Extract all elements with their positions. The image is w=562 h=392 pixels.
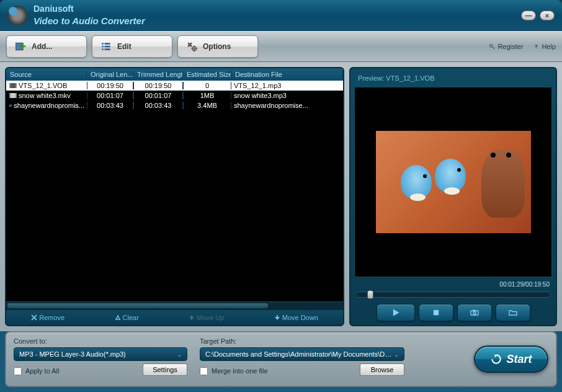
add-button[interactable]: Add... [6,35,87,58]
settings-button[interactable]: Settings [143,363,187,376]
edit-button[interactable]: Edit [92,35,172,58]
stop-icon [432,309,440,316]
svg-rect-17 [16,93,17,98]
move-up-button[interactable]: Move Up [189,314,224,321]
col-source[interactable]: Source [6,71,87,78]
file-name: shaynewardnopromis... [14,102,84,109]
play-button[interactable] [377,304,415,321]
convert-to-label: Convert to: [14,337,187,345]
key-icon [489,43,496,50]
preview-frame-image [376,131,531,233]
svg-rect-18 [433,310,438,315]
preview-content [401,165,432,199]
file-name: VTS_12_1.VOB [19,82,67,89]
svg-rect-3 [102,43,104,45]
help-link[interactable]: ? Help [533,43,556,50]
destination-file: VTS_12_1.mp3 [231,82,343,89]
remove-button[interactable]: Remove [31,314,65,321]
preview-title: Preview: VTS_12_1.VOB [354,72,552,87]
preview-panel: Preview: VTS_12_1.VOB 00:01:29/00:19:50 [349,67,557,326]
video-file-icon [9,82,17,89]
options-label: Options [203,42,231,51]
app-subtitle: Video to Audio Converter [33,16,145,26]
original-length: 00:19:50 [87,82,133,89]
browse-button[interactable]: Browse [360,363,404,376]
edit-label: Edit [117,42,132,51]
app-title: Daniusoft Video to Audio Converter [33,3,145,27]
apply-to-all-label: Apply to All [25,367,59,375]
start-refresh-icon [490,353,502,365]
col-est-size[interactable]: Estimated Size [183,71,231,78]
svg-rect-7 [102,48,104,50]
horizontal-scrollbar[interactable] [6,301,343,310]
file-list-panel: Source Original Len... Trimmed Length Es… [5,67,344,326]
options-tools-icon [185,40,198,53]
trimmed-length: 00:19:50 [133,82,183,89]
preview-content [435,159,466,193]
snapshot-button[interactable] [457,304,492,321]
arrow-down-icon [274,314,280,321]
svg-rect-6 [105,46,110,48]
seek-slider[interactable] [355,292,551,298]
svg-point-20 [473,312,476,314]
table-row[interactable]: VTS_12_1.VOB00:19:5000:19:500VTS_12_1.mp… [6,81,343,91]
folder-icon [509,309,517,316]
svg-rect-5 [102,46,104,48]
destination-file: snow white3.mp3 [231,92,343,99]
col-orig-length[interactable]: Original Len... [87,71,133,78]
minimize-button[interactable]: — [521,11,536,20]
toolbar-right: Register ? Help [489,43,556,50]
trimmed-length: 00:01:07 [133,92,183,99]
playback-controls [354,304,552,321]
clear-icon [115,314,121,321]
add-file-icon [14,40,27,53]
col-dest-file[interactable]: Destination File [231,71,343,78]
window-controls: — × [521,11,555,20]
help-icon: ? [533,43,540,50]
camera-icon [470,309,479,316]
chevron-down-icon: ⌄ [394,351,399,358]
titlebar: Daniusoft Video to Audio Converter — × [0,0,562,31]
chevron-down-icon: ⌄ [177,351,182,358]
start-button[interactable]: Start [474,345,548,373]
arrow-up-icon [189,314,195,321]
preview-viewport[interactable] [354,87,552,277]
move-down-button[interactable]: Move Down [274,314,318,321]
list-actions: Remove Clear Move Up Move Down [6,310,343,325]
convert-to-section: Convert to: MP3 - MPEG Layer-3 Audio(*.m… [14,337,187,381]
app-logo-icon [7,6,27,25]
svg-text:?: ? [535,44,538,50]
clear-button[interactable]: Clear [115,314,139,321]
table-row[interactable]: snow white3.mkv00:01:0700:01:071MBsnow w… [6,91,343,100]
target-path-dropdown[interactable]: C:\Documents and Settings\Administrator\… [200,347,404,361]
options-button[interactable]: Options [177,35,258,58]
close-button[interactable]: × [540,11,555,20]
estimated-size: 0 [183,82,231,89]
seek-thumb[interactable] [367,290,373,299]
stop-button[interactable] [419,304,453,321]
register-link[interactable]: Register [489,43,523,50]
svg-rect-2 [22,43,24,50]
edit-list-icon [100,40,112,53]
remove-x-icon [31,314,37,321]
col-trim-length[interactable]: Trimmed Length [133,71,183,78]
apply-to-all-checkbox[interactable] [14,367,22,375]
original-length: 00:03:43 [87,102,133,109]
merge-checkbox[interactable] [200,367,208,375]
convert-to-dropdown[interactable]: MP3 - MPEG Layer-3 Audio(*.mp3) ⌄ [14,347,187,361]
table-body[interactable]: VTS_12_1.VOB00:19:5000:19:500VTS_12_1.mp… [6,81,343,301]
time-display: 00:01:29/00:19:50 [354,277,552,289]
bottom-panel: Convert to: MP3 - MPEG Layer-3 Audio(*.m… [5,331,557,387]
svg-rect-4 [105,43,110,45]
svg-rect-16 [9,93,11,98]
add-label: Add... [32,42,52,51]
trimmed-length: 00:03:43 [133,102,183,109]
table-row[interactable]: shaynewardnopromis...00:03:4300:03:433.4… [6,100,343,110]
estimated-size: 1MB [183,92,231,99]
main-area: Source Original Len... Trimmed Length Es… [0,62,562,331]
destination-file: shaynewardnopromise... [231,102,343,109]
open-folder-button[interactable] [496,304,530,321]
original-length: 00:01:07 [87,92,133,99]
target-path-section: Target Path: C:\Documents and Settings\A… [200,337,404,381]
svg-rect-14 [16,83,17,88]
